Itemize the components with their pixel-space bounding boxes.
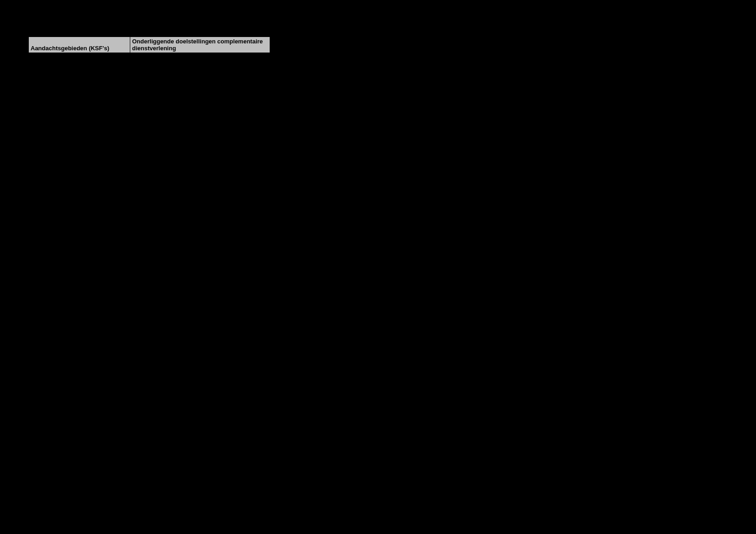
table-header-row: Aandachtsgebieden (KSF's) Onderliggende … xyxy=(29,37,270,53)
table-container: Aandachtsgebieden (KSF's) Onderliggende … xyxy=(28,37,270,53)
column-header-ksf: Aandachtsgebieden (KSF's) xyxy=(29,37,130,53)
ksf-table: Aandachtsgebieden (KSF's) Onderliggende … xyxy=(28,37,270,53)
column-header-doelstellingen: Onderliggende doelstellingen complementa… xyxy=(130,37,270,53)
